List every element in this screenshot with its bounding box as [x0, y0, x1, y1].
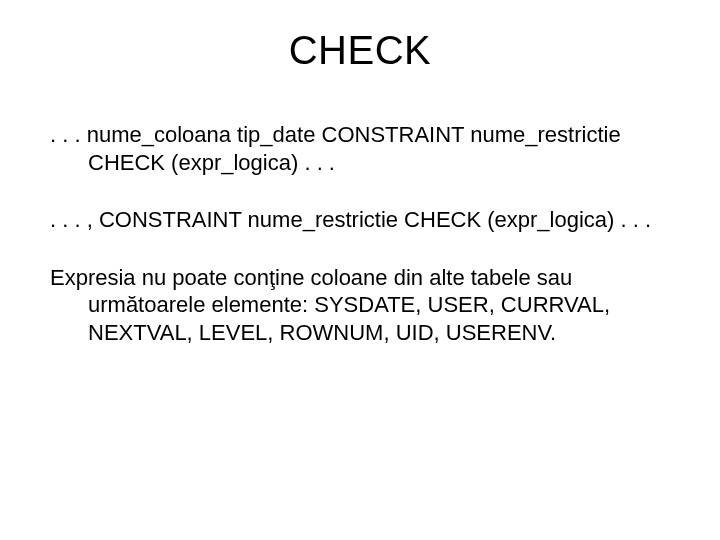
syntax-column-level: . . . nume_coloana tip_date CONSTRAINT n… — [50, 121, 670, 176]
slide: CHECK . . . nume_coloana tip_date CONSTR… — [0, 0, 720, 540]
syntax-column-level-line2: CHECK (expr_logica) . . . — [88, 150, 335, 175]
restrictions-line1: Expresia nu poate conţine coloane din al… — [50, 265, 572, 290]
restrictions-paragraph: Expresia nu poate conţine coloane din al… — [50, 264, 670, 347]
syntax-table-level: . . . , CONSTRAINT nume_restrictie CHECK… — [50, 206, 670, 234]
restrictions-line2: următoarele elemente: SYSDATE, USER, CUR… — [88, 292, 610, 317]
restrictions-line3: NEXTVAL, LEVEL, ROWNUM, UID, USERENV. — [88, 320, 556, 345]
syntax-column-level-line1: . . . nume_coloana tip_date CONSTRAINT n… — [50, 122, 621, 147]
slide-title: CHECK — [50, 28, 670, 73]
